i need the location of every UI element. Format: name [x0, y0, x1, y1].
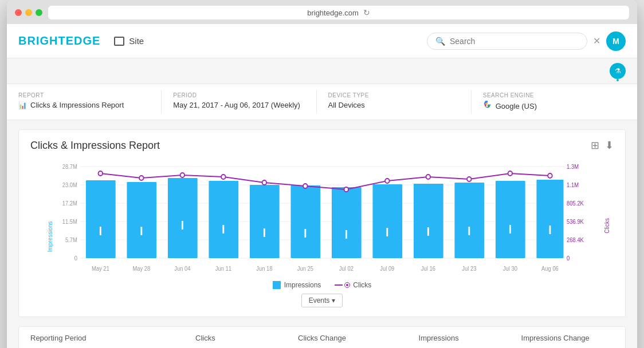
report-label: REPORT: [18, 92, 150, 98]
impressions-axis-label: Impressions: [47, 222, 53, 252]
report-value: 📊 Clicks & Impressions Report: [18, 101, 150, 109]
search-area: 🔍 ✕ M: [427, 31, 626, 51]
report-icon: 📊: [18, 101, 27, 109]
clicks-dot: [345, 283, 350, 287]
chevron-down-icon: ▾: [332, 296, 335, 304]
svg-rect-20: [127, 182, 156, 258]
period-value: May 21, 2017 - Aug 06, 2017 (Weekly): [173, 101, 304, 109]
svg-point-49: [344, 187, 349, 192]
download-button[interactable]: ⬇: [605, 139, 614, 152]
impressions-legend-box: [273, 281, 281, 289]
filter-period: PERIOD May 21, 2017 - Aug 06, 2017 (Week…: [173, 90, 316, 114]
app-header: BRIGHTEDGE Site 🔍 ✕ M: [7, 24, 637, 58]
google-icon: [483, 101, 492, 112]
site-selector[interactable]: Site: [114, 36, 144, 46]
report-text: Clicks & Impressions Report: [30, 101, 124, 109]
svg-rect-28: [454, 183, 484, 258]
impressions-legend: Impressions: [273, 281, 321, 289]
svg-rect-24: [290, 185, 320, 258]
svg-point-46: [221, 175, 226, 179]
svg-text:Jun 11: Jun 11: [215, 266, 231, 272]
svg-point-48: [303, 184, 308, 188]
report-actions: ⊞ ⬇: [591, 139, 614, 152]
svg-point-50: [385, 179, 390, 183]
events-btn-container: Events ▾: [30, 294, 614, 307]
maximize-button[interactable]: [36, 9, 42, 16]
svg-rect-30: [536, 180, 563, 258]
minimize-button[interactable]: [25, 9, 32, 16]
events-label: Events: [309, 296, 330, 304]
device-value: All Devices: [328, 101, 460, 109]
engine-text: Google (US): [496, 102, 537, 110]
chart-legend: Impressions Clicks: [30, 281, 614, 289]
svg-text:536.9K: 536.9K: [567, 219, 584, 225]
svg-rect-25: [332, 187, 362, 258]
device-label: DEVICE TYPE: [328, 92, 460, 98]
svg-point-45: [180, 173, 185, 177]
svg-text:Jun 25: Jun 25: [297, 266, 313, 272]
clicks-legend-label: Clicks: [353, 281, 371, 289]
refresh-icon[interactable]: ↻: [363, 8, 370, 17]
clicks-legend: Clicks: [335, 281, 371, 289]
avatar[interactable]: M: [606, 31, 626, 51]
traffic-lights: [15, 9, 42, 16]
search-icon: 🔍: [435, 37, 445, 46]
svg-rect-22: [209, 181, 238, 258]
browser-window: brightedge.com ↻ BRIGHTEDGE Site 🔍 ✕ M: [7, 0, 637, 348]
col-clicks-change: Clicks Change: [264, 334, 380, 342]
events-button[interactable]: Events ▾: [301, 294, 343, 307]
svg-text:Jul 02: Jul 02: [339, 266, 354, 272]
brand-logo: BRIGHTEDGE: [18, 34, 100, 48]
svg-text:5.7M: 5.7M: [65, 237, 77, 243]
chart-container: 28.7M 23.0M 17.2M 11.5M 5.7M 0 1.3M 1.1M…: [58, 161, 586, 275]
filter-engine: SEARCH ENGINE Google (US): [483, 90, 626, 114]
svg-text:28.7M: 28.7M: [62, 164, 77, 170]
site-label: Site: [129, 36, 144, 46]
svg-text:Jun 04: Jun 04: [174, 266, 191, 272]
filter-bar: REPORT 📊 Clicks & Impressions Report PER…: [7, 84, 637, 120]
svg-text:268.4K: 268.4K: [567, 237, 584, 243]
svg-text:Jul 30: Jul 30: [503, 266, 518, 272]
address-bar[interactable]: brightedge.com ↻: [48, 6, 629, 19]
close-icon[interactable]: ✕: [593, 35, 600, 46]
svg-text:1.3M: 1.3M: [567, 164, 579, 170]
app-content: BRIGHTEDGE Site 🔍 ✕ M ⚗ REPORT: [7, 24, 637, 348]
svg-text:May 21: May 21: [92, 266, 109, 272]
svg-point-53: [508, 171, 513, 176]
report-card: Clicks & Impressions Report ⊞ ⬇ Impressi…: [18, 129, 626, 317]
col-period: Reporting Period: [30, 334, 147, 342]
impressions-legend-label: Impressions: [284, 281, 321, 289]
chart-svg: 28.7M 23.0M 17.2M 11.5M 5.7M 0 1.3M 1.1M…: [58, 161, 586, 275]
svg-rect-29: [496, 181, 525, 258]
search-box: 🔍: [427, 33, 587, 50]
svg-point-52: [467, 177, 472, 181]
engine-label: SEARCH ENGINE: [483, 92, 614, 98]
summary-header: Reporting Period Clicks Clicks Change Im…: [19, 327, 625, 348]
browser-chrome: brightedge.com ↻: [7, 0, 637, 24]
report-title: Clicks & Impressions Report: [30, 140, 160, 152]
col-impressions: Impressions: [380, 334, 497, 342]
svg-point-51: [426, 175, 431, 179]
svg-text:11.5M: 11.5M: [62, 219, 77, 225]
clicks-axis-label: Clicks: [604, 218, 610, 234]
svg-point-54: [548, 173, 552, 178]
svg-point-43: [99, 171, 103, 176]
report-header: Clicks & Impressions Report ⊞ ⬇: [30, 139, 614, 152]
summary-table: Reporting Period Clicks Clicks Change Im…: [18, 326, 626, 348]
clicks-line: [335, 284, 343, 286]
engine-value: Google (US): [483, 101, 614, 112]
svg-text:Jul 23: Jul 23: [462, 266, 476, 272]
svg-text:805.2K: 805.2K: [567, 200, 584, 207]
close-button[interactable]: [15, 9, 22, 16]
lab-icon[interactable]: ⚗: [610, 63, 626, 79]
svg-text:Aug 06: Aug 06: [541, 266, 559, 272]
col-impressions-change: Impressions Change: [497, 334, 614, 342]
svg-text:May 28: May 28: [132, 266, 150, 272]
svg-text:23.0M: 23.0M: [62, 182, 77, 188]
svg-text:Jul 16: Jul 16: [421, 266, 435, 272]
table-view-button[interactable]: ⊞: [591, 139, 599, 152]
filter-device: DEVICE TYPE All Devices: [328, 90, 472, 114]
svg-rect-21: [168, 178, 198, 258]
svg-text:17.2M: 17.2M: [62, 200, 77, 207]
search-input[interactable]: [450, 37, 579, 46]
